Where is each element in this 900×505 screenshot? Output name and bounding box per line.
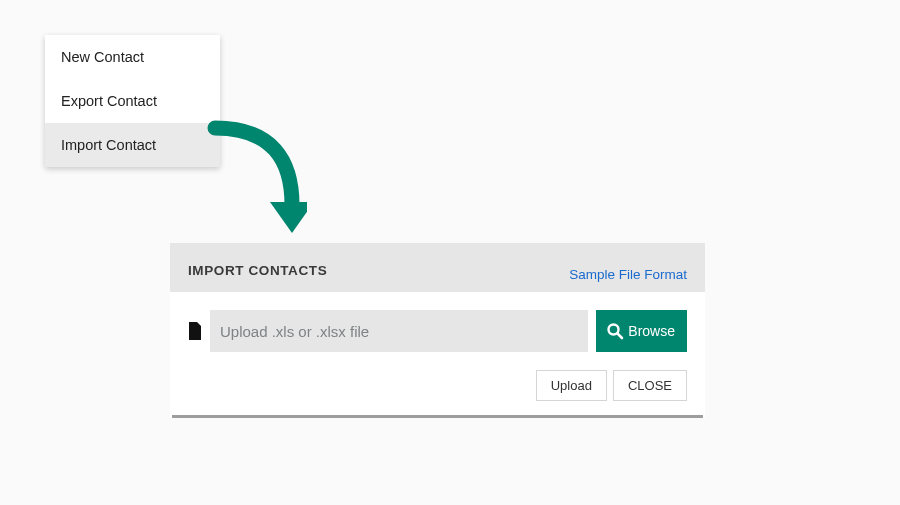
dialog-body: Browse bbox=[170, 292, 705, 366]
file-upload-input[interactable] bbox=[210, 310, 588, 352]
svg-line-1 bbox=[618, 333, 623, 338]
close-button[interactable]: CLOSE bbox=[613, 370, 687, 401]
menu-item-export-contact[interactable]: Export Contact bbox=[45, 79, 220, 123]
upload-button[interactable]: Upload bbox=[536, 370, 607, 401]
file-icon bbox=[188, 322, 202, 340]
arrow-icon bbox=[207, 120, 307, 235]
dialog-header: IMPORT CONTACTS Sample File Format bbox=[170, 243, 705, 292]
search-icon bbox=[606, 322, 624, 340]
menu-item-new-contact[interactable]: New Contact bbox=[45, 35, 220, 79]
menu-item-label: Import Contact bbox=[61, 137, 156, 153]
browse-button-label: Browse bbox=[628, 323, 675, 339]
dialog-footer: Upload CLOSE bbox=[170, 366, 705, 415]
menu-item-label: New Contact bbox=[61, 49, 144, 65]
contacts-menu: New Contact Export Contact Import Contac… bbox=[45, 35, 220, 167]
dialog-bottom-divider bbox=[172, 415, 703, 418]
menu-item-import-contact[interactable]: Import Contact bbox=[45, 123, 220, 167]
menu-item-label: Export Contact bbox=[61, 93, 157, 109]
sample-file-format-link[interactable]: Sample File Format bbox=[569, 267, 687, 282]
import-contacts-dialog: IMPORT CONTACTS Sample File Format Brows… bbox=[170, 243, 705, 418]
browse-button[interactable]: Browse bbox=[596, 310, 687, 352]
